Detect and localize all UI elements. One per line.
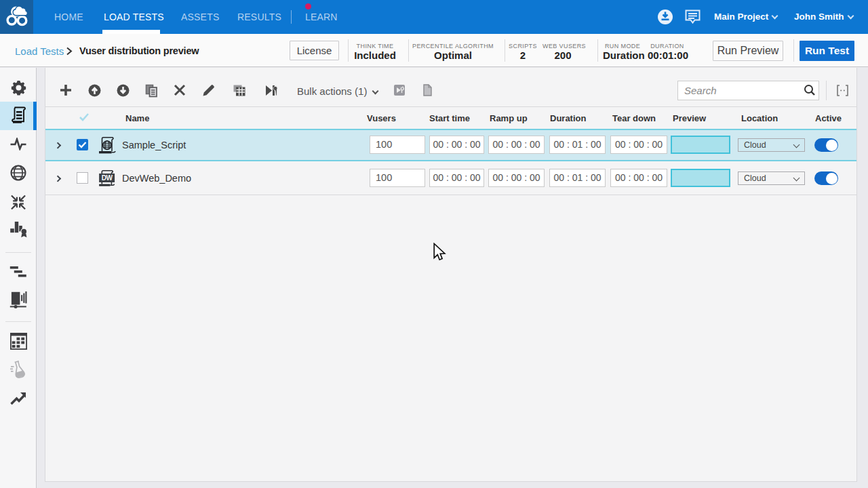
svg-text:DW: DW (102, 174, 113, 182)
